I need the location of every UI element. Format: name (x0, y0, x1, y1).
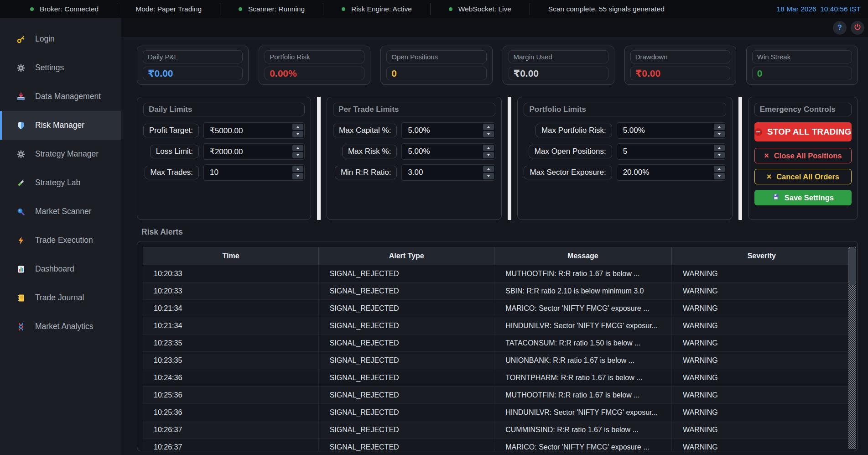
max-trades-input[interactable]: 10 (203, 164, 305, 181)
cell-time: 10:20:33 (143, 282, 319, 299)
notebook-icon (16, 293, 26, 303)
max-sector-exposure-input[interactable]: 20.00% (617, 164, 726, 181)
sidebar-item-label: Strategy Manager (35, 149, 99, 159)
table-row[interactable]: 10:24:36 SIGNAL_REJECTED TORNTPHARM: R:R… (143, 369, 852, 387)
panel-splitter-handle[interactable] (508, 97, 511, 220)
table-row[interactable]: 10:23:35 SIGNAL_REJECTED UNIONBANK: R:R … (143, 352, 852, 369)
table-row[interactable]: 10:23:35 SIGNAL_REJECTED TATACONSUM: R:R… (143, 335, 852, 352)
sidebar-item-risk-manager[interactable]: Risk Manager (0, 111, 121, 140)
table-row[interactable]: 10:25:36 SIGNAL_REJECTED HINDUNILVR: Sec… (143, 404, 852, 421)
stat-card-portfolio-risk: Portfolio Risk 0.00% (259, 46, 370, 85)
input-value: 5.00% (408, 126, 430, 135)
magnifier-icon (16, 207, 26, 217)
cell-message: TATACONSUM: R:R ratio 1.50 is below ... (494, 335, 672, 351)
column-header-alert-type[interactable]: Alert Type (319, 247, 494, 265)
spin-up-button[interactable] (714, 166, 725, 172)
max-capital-input[interactable]: 5.00% (401, 122, 495, 139)
sidebar-item-settings[interactable]: Settings (0, 53, 121, 82)
panel-title: Per Trade Limits (333, 103, 495, 116)
spin-up-button[interactable] (292, 124, 303, 130)
spinner (714, 145, 725, 158)
table-row[interactable]: 10:20:33 SIGNAL_REJECTED SBIN: R:R ratio… (143, 282, 852, 300)
spin-down-button[interactable] (714, 131, 725, 137)
save-settings-button[interactable]: Save Settings (754, 190, 852, 205)
spinner (292, 145, 303, 158)
table-row[interactable]: 10:20:33 SIGNAL_REJECTED MUTHOOTFIN: R:R… (143, 265, 852, 282)
sidebar-item-trade-execution[interactable]: Trade Execution (0, 226, 121, 255)
cell-message: MUTHOOTFIN: R:R ratio 1.67 is below ... (494, 265, 672, 282)
max-portfolio-risk-input[interactable]: 5.00% (617, 122, 726, 139)
main-header: ? (121, 18, 868, 37)
max-risk-input[interactable]: 5.00% (401, 143, 495, 160)
cell-message: MARICO: Sector 'NIFTY FMCG' exposure ... (494, 439, 672, 451)
spin-down-button[interactable] (292, 152, 303, 158)
spin-up-button[interactable] (292, 145, 303, 151)
help-button[interactable]: ? (833, 21, 847, 35)
panel-splitter-handle[interactable] (317, 97, 321, 220)
spin-down-button[interactable] (714, 152, 725, 158)
sidebar-item-label: Login (35, 34, 55, 44)
sidebar-item-market-scanner[interactable]: Market Scanner (0, 197, 121, 226)
spin-up-button[interactable] (483, 124, 494, 130)
status-broker-label: Broker: Connected (40, 5, 99, 13)
column-header-time[interactable]: Time (143, 247, 319, 265)
profit-target-label: Profit Target: (143, 124, 199, 137)
spin-up-button[interactable] (483, 145, 494, 151)
sidebar-item-dashboard[interactable]: Dashboard (0, 255, 121, 283)
bar-chart-icon (16, 264, 26, 274)
spin-down-button[interactable] (483, 131, 494, 137)
spin-up-button[interactable] (292, 166, 303, 172)
spin-down-button[interactable] (292, 173, 303, 179)
gear-icon (16, 149, 26, 159)
spin-down-button[interactable] (483, 173, 494, 179)
profit-target-input[interactable]: ₹5000.00 (203, 122, 305, 139)
sidebar-item-label: Market Analytics (35, 322, 93, 331)
table-row[interactable]: 10:26:37 SIGNAL_REJECTED MARICO: Sector … (143, 439, 852, 451)
power-icon (853, 23, 862, 33)
close-all-positions-button[interactable]: × Close All Positions (754, 148, 852, 163)
cell-message: MARICO: Sector 'NIFTY FMCG' exposure ... (494, 300, 672, 317)
stop-all-trading-button[interactable]: STOP ALL TRADING (754, 122, 852, 141)
input-value: 3.00 (408, 168, 423, 177)
sidebar-item-market-analytics[interactable]: Market Analytics (0, 312, 121, 341)
sidebar-item-data-management[interactable]: Data Management (0, 82, 121, 111)
green-status-dot-icon (30, 7, 34, 11)
table-vertical-scrollbar[interactable] (848, 247, 856, 449)
input-value: ₹2000.00 (210, 147, 243, 157)
spin-up-button[interactable] (714, 124, 725, 130)
stat-label: Drawdown (630, 50, 730, 63)
column-header-severity[interactable]: Severity (672, 247, 852, 265)
cell-severity: WARNING (672, 421, 852, 438)
sidebar-item-login[interactable]: Login (0, 25, 121, 53)
cancel-x-icon: × (767, 173, 772, 181)
table-row[interactable]: 10:25:36 SIGNAL_REJECTED MUTHOOTFIN: R:R… (143, 387, 852, 404)
sidebar-item-strategy-manager[interactable]: Strategy Manager (0, 140, 121, 168)
spin-down-button[interactable] (292, 131, 303, 137)
min-rr-ratio-input[interactable]: 3.00 (401, 164, 495, 181)
spin-down-button[interactable] (714, 173, 725, 179)
spin-up-button[interactable] (483, 166, 494, 172)
sidebar-item-strategy-lab[interactable]: Strategy Lab (0, 168, 121, 197)
stat-label: Win Streak (752, 50, 852, 63)
column-header-message[interactable]: Message (494, 247, 671, 265)
cancel-all-orders-button[interactable]: × Cancel All Orders (754, 169, 852, 184)
sidebar-item-label: Dashboard (35, 264, 74, 274)
spin-down-button[interactable] (483, 152, 494, 158)
input-value: ₹5000.00 (210, 126, 243, 136)
cell-time: 10:25:36 (143, 387, 319, 403)
cell-time: 10:21:34 (143, 300, 319, 317)
panel-splitter-handle[interactable] (738, 97, 742, 220)
scrollbar-thumb[interactable] (848, 247, 856, 286)
table-row[interactable]: 10:21:34 SIGNAL_REJECTED HINDUNILVR: Sec… (143, 317, 852, 335)
spinner (292, 124, 303, 137)
main-area: ? Daily P&L ₹0.00 Portfolio Risk (121, 18, 868, 455)
sidebar-item-trade-journal[interactable]: Trade Journal (0, 283, 121, 312)
table-row[interactable]: 10:26:37 SIGNAL_REJECTED CUMMINSIND: R:R… (143, 421, 852, 439)
table-row[interactable]: 10:21:34 SIGNAL_REJECTED MARICO: Sector … (143, 300, 852, 317)
max-portfolio-risk-label: Max Portfolio Risk: (535, 124, 612, 137)
power-button[interactable] (851, 21, 864, 35)
sidebar: Login Settings Data Management Risk Mana… (0, 18, 121, 455)
max-open-positions-input[interactable]: 5 (617, 143, 726, 160)
loss-limit-input[interactable]: ₹2000.00 (203, 143, 305, 160)
spin-up-button[interactable] (714, 145, 725, 151)
